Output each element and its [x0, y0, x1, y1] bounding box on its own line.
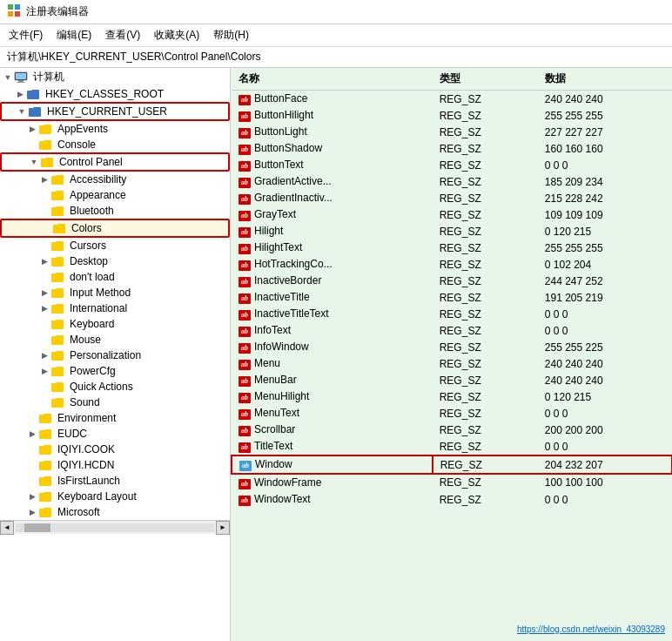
svg-rect-5 [16, 73, 26, 79]
cell-data: 160 160 160 [538, 140, 672, 157]
cell-type: REG_SZ [433, 206, 538, 223]
reg-type-icon: ab [239, 161, 251, 172]
tree-item-input_method[interactable]: Input Method [0, 285, 230, 300]
folder-icon-hkey_current_user [28, 105, 42, 118]
tree-item-international[interactable]: International [0, 300, 230, 316]
tree-item-is_first_launch[interactable]: IsFirstLaunch [0, 473, 230, 489]
cell-data: 240 240 240 [538, 91, 672, 108]
tree-item-keyboard_layout[interactable]: Keyboard Layout [0, 489, 230, 504]
table-row[interactable]: abHilightREG_SZ0 120 215 [232, 223, 672, 240]
menu-edit[interactable]: 编辑(E) [51, 26, 97, 44]
cell-name: abInactiveBorder [232, 273, 433, 289]
tree-item-quick_actions[interactable]: Quick Actions [0, 379, 230, 395]
cell-name: abMenuHilight [232, 388, 433, 405]
table-row[interactable]: abGradientActive...REG_SZ185 209 234 [232, 173, 672, 190]
tree-item-control_panel[interactable]: Control Panel [0, 152, 230, 172]
tree-arrow-bluetooth [38, 205, 50, 217]
tree-item-computer[interactable]: 计算机 [0, 68, 230, 86]
table-row[interactable]: abButtonHilightREG_SZ255 255 255 [232, 107, 672, 124]
tree-arrow-keyboard_layout [26, 490, 38, 503]
table-row[interactable]: abHilightTextREG_SZ255 255 255 [232, 240, 672, 256]
cell-data: 204 232 207 [538, 455, 672, 474]
cell-data: 255 255 255 [538, 107, 672, 124]
table-row[interactable]: abButtonLightREG_SZ227 227 227 [232, 124, 672, 140]
cell-type: REG_SZ [433, 455, 538, 474]
tree-item-desktop[interactable]: Desktop [0, 253, 230, 269]
tree-item-iqiyi_cook[interactable]: IQIYI.COOK [0, 442, 230, 457]
scroll-thumb[interactable] [24, 523, 50, 532]
folder-icon-colors [52, 222, 66, 234]
table-row[interactable]: abInfoWindowREG_SZ255 255 225 [232, 339, 672, 355]
table-row[interactable]: abMenuHilightREG_SZ0 120 215 [232, 388, 672, 405]
cell-data: 255 255 255 [538, 240, 672, 256]
tree-arrow-appearance [38, 189, 50, 201]
left-scrollbar[interactable]: ◄ ► [0, 520, 230, 534]
tree-item-colors[interactable]: Colors [0, 219, 230, 238]
tree-item-iqiyi_hcdn[interactable]: IQIYI.HCDN [0, 457, 230, 473]
table-row[interactable]: abButtonShadowREG_SZ160 160 160 [232, 140, 672, 157]
tree-arrow-accessibility [38, 173, 50, 186]
tree-item-accessibility[interactable]: Accessibility [0, 172, 230, 187]
menu-help[interactable]: 帮助(H) [208, 26, 254, 44]
tree-item-sound[interactable]: Sound [0, 395, 230, 410]
main-container: 计算机 HKEY_CLASSES_ROOT HKEY_CURRENT_USER … [0, 68, 672, 641]
menu-view[interactable]: 查看(V) [100, 26, 145, 44]
table-row[interactable]: abInactiveBorderREG_SZ244 247 252 [232, 273, 672, 289]
table-row[interactable]: abInactiveTitleREG_SZ191 205 219 [232, 289, 672, 306]
table-row[interactable]: abInactiveTitleTextREG_SZ0 0 0 [232, 306, 672, 322]
tree-item-environment[interactable]: Environment [0, 410, 230, 426]
tree-item-hkey_classes_root[interactable]: HKEY_CLASSES_ROOT [0, 86, 230, 102]
table-row[interactable]: abTitleTextREG_SZ0 0 0 [232, 438, 672, 455]
tree-arrow-sound [38, 396, 50, 408]
reg-type-icon: ab [239, 479, 251, 489]
tree-label-iqiyi_cook: IQIYI.COOK [57, 443, 115, 455]
table-row[interactable]: abInfoTextREG_SZ0 0 0 [232, 322, 672, 339]
tree-item-eudc[interactable]: EUDC [0, 426, 230, 442]
table-row[interactable]: abButtonTextREG_SZ0 0 0 [232, 157, 672, 173]
scroll-track[interactable] [16, 523, 214, 532]
reg-type-icon: ab [239, 310, 251, 320]
tree-item-keyboard[interactable]: Keyboard [0, 316, 230, 332]
tree-item-dont_load[interactable]: don't load [0, 269, 230, 285]
table-row[interactable]: abWindowREG_SZ204 232 207 [232, 455, 672, 474]
cell-type: REG_SZ [433, 322, 538, 339]
tree-label-quick_actions: Quick Actions [70, 381, 133, 393]
table-row[interactable]: abGrayTextREG_SZ109 109 109 [232, 206, 672, 223]
table-row[interactable]: abHotTrackingCo...REG_SZ0 102 204 [232, 256, 672, 273]
tree-item-appevents[interactable]: AppEvents [0, 121, 230, 137]
tree-item-hkey_current_user[interactable]: HKEY_CURRENT_USER [0, 102, 230, 121]
table-row[interactable]: abMenuBarREG_SZ240 240 240 [232, 372, 672, 388]
tree-item-microsoft[interactable]: Microsoft [0, 504, 230, 520]
cell-type: REG_SZ [433, 140, 538, 157]
cell-name: abButtonText [232, 157, 433, 173]
table-row[interactable]: abWindowFrameREG_SZ100 100 100 [232, 474, 672, 491]
tree-arrow-console [26, 138, 38, 151]
tree-item-bluetooth[interactable]: Bluetooth [0, 203, 230, 219]
menu-file[interactable]: 文件(F) [3, 26, 48, 44]
table-body: abButtonFaceREG_SZ240 240 240abButtonHil… [232, 91, 672, 509]
cell-name: abMenuText [232, 405, 433, 422]
cell-name: abHilight [232, 223, 433, 240]
reg-type-icon: ab [239, 327, 251, 337]
table-row[interactable]: abMenuTextREG_SZ0 0 0 [232, 405, 672, 422]
tree-item-appearance[interactable]: Appearance [0, 187, 230, 203]
reg-type-icon: ab [239, 294, 251, 304]
svg-rect-6 [18, 80, 24, 82]
tree-item-mouse[interactable]: Mouse [0, 332, 230, 347]
table-row[interactable]: abScrollbarREG_SZ200 200 200 [232, 422, 672, 438]
tree-item-cursors[interactable]: Cursors [0, 238, 230, 253]
table-row[interactable]: abButtonFaceREG_SZ240 240 240 [232, 91, 672, 108]
cell-type: REG_SZ [433, 388, 538, 405]
tree-item-personalization[interactable]: Personalization [0, 347, 230, 363]
table-row[interactable]: abGradientInactiv...REG_SZ215 228 242 [232, 190, 672, 206]
scroll-left-arrow[interactable]: ◄ [0, 521, 14, 535]
tree-item-console[interactable]: Console [0, 137, 230, 152]
reg-type-icon: ab [239, 343, 251, 354]
table-row[interactable]: abWindowTextREG_SZ0 0 0 [232, 491, 672, 508]
table-row[interactable]: abMenuREG_SZ240 240 240 [232, 355, 672, 372]
tree-item-powercfg[interactable]: PowerCfg [0, 363, 230, 379]
reg-type-icon: ab [239, 244, 251, 254]
tree-label-keyboard_layout: Keyboard Layout [57, 490, 137, 503]
menu-favorites[interactable]: 收藏夹(A) [149, 26, 205, 44]
scroll-right-arrow[interactable]: ► [216, 521, 230, 535]
